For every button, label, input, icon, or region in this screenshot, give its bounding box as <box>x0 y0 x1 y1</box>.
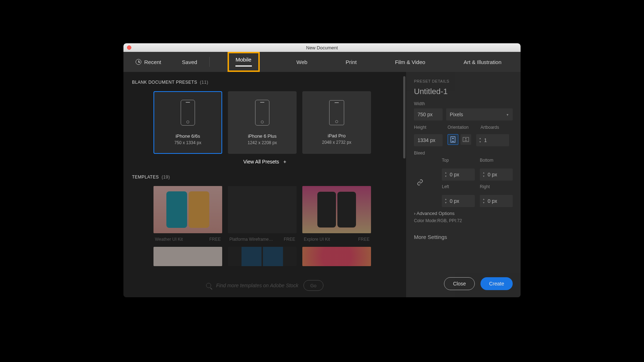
scrollbar-thumb[interactable] <box>403 76 405 158</box>
more-settings-button[interactable]: More Settings <box>414 234 513 240</box>
stepper-up-icon[interactable]: ▴ <box>483 198 484 201</box>
svg-point-3 <box>465 138 467 140</box>
phone-icon <box>255 100 269 126</box>
close-window-icon[interactable] <box>127 45 131 50</box>
window-titlebar: New Document <box>123 43 521 52</box>
template-price: FREE <box>209 237 221 242</box>
artboards-input[interactable]: ▴▾ 1 <box>476 134 509 146</box>
tab-art-illustration[interactable]: Art & Illustration <box>462 57 503 67</box>
presets-header: BLANK DOCUMENT PRESETS (11) <box>132 80 397 85</box>
preset-dims: 1242 x 2208 px <box>248 140 277 145</box>
preset-dims: 2048 x 2732 px <box>322 140 351 145</box>
tab-label: Saved <box>182 59 197 65</box>
bleed-top-value: 0 px <box>448 172 475 177</box>
tab-mobile[interactable]: Mobile <box>228 52 260 72</box>
new-document-window: New Document Recent Saved Mobile Web Pri… <box>123 43 521 297</box>
height-label: Height <box>414 125 443 130</box>
stepper-down-icon[interactable]: ▾ <box>479 141 481 143</box>
bleed-right-value: 0 px <box>486 198 513 204</box>
stepper-down-icon[interactable]: ▾ <box>445 175 447 178</box>
search-go-button[interactable]: Go <box>303 280 323 291</box>
link-bleed-button[interactable] <box>414 176 426 189</box>
top-label: Top <box>442 158 475 163</box>
presets-header-text: BLANK DOCUMENT PRESETS <box>132 80 197 85</box>
link-icon <box>417 179 423 186</box>
template-thumb <box>302 186 371 233</box>
bleed-label: Bleed <box>414 151 513 156</box>
view-all-presets[interactable]: View All Presets + <box>132 159 397 165</box>
preset-details-panel: PRESET DETAILS Untitled-1 Width 750 px P… <box>406 72 521 297</box>
tab-label: Art & Illustration <box>464 59 502 65</box>
tab-label: Mobile <box>235 57 251 63</box>
preset-card-iphone6[interactable]: iPhone 6/6s 750 x 1334 px <box>153 91 222 154</box>
active-tab-underline <box>235 65 252 67</box>
stepper-up-icon[interactable]: ▴ <box>483 171 484 174</box>
bleed-left-input[interactable]: ▴▾ 0 px <box>442 195 475 207</box>
tab-print[interactable]: Print <box>344 57 358 67</box>
color-mode-summary: Color Mode:RGB, PPI:72 <box>414 218 513 223</box>
template-card-weather[interactable]: Weather UI Kit FREE <box>153 186 222 242</box>
template-card[interactable] <box>228 247 297 270</box>
preset-name: iPhone 6 Plus <box>248 133 277 139</box>
template-thumb <box>228 186 297 233</box>
preset-card-ipad-pro[interactable]: iPad Pro 2048 x 2732 px <box>302 91 371 154</box>
height-input[interactable]: 1334 px <box>414 134 443 146</box>
template-thumb <box>153 247 222 266</box>
bleed-top-input[interactable]: ▴▾ 0 px <box>442 168 475 181</box>
landscape-icon <box>463 137 469 142</box>
width-label: Width <box>414 101 513 106</box>
document-title[interactable]: Untitled-1 <box>414 87 513 96</box>
tab-label: Film & Video <box>395 59 425 65</box>
width-input[interactable]: 750 px <box>414 108 443 121</box>
bleed-bottom-input[interactable]: ▴▾ 0 px <box>480 168 513 181</box>
phone-icon <box>181 100 195 126</box>
tab-label: Recent <box>144 59 161 65</box>
scrollbar[interactable] <box>403 76 406 269</box>
template-card[interactable] <box>302 247 371 270</box>
stepper-up-icon[interactable]: ▴ <box>479 137 481 140</box>
units-value: Pixels <box>450 112 463 117</box>
search-placeholder: Find more templates on Adobe Stock <box>216 283 298 288</box>
tab-label: Web <box>297 59 308 65</box>
template-card[interactable] <box>153 247 222 270</box>
template-name: Explore UI Kit <box>304 237 330 242</box>
template-card-platforma[interactable]: Platforma Wireframe… FREE <box>228 186 297 242</box>
svg-point-1 <box>452 138 454 139</box>
artboards-label: Artboards <box>480 125 499 130</box>
close-label: Close <box>453 281 466 287</box>
portrait-icon <box>450 136 455 143</box>
tab-recent[interactable]: Recent <box>134 57 163 67</box>
template-thumb <box>153 186 222 233</box>
units-select[interactable]: Pixels ▾ <box>446 108 513 121</box>
category-tabbar: Recent Saved Mobile Web Print Film & Vid… <box>123 52 521 72</box>
template-name: Weather UI Kit <box>155 237 183 242</box>
window-title: New Document <box>123 45 521 50</box>
template-search-input[interactable]: Find more templates on Adobe Stock <box>216 283 298 289</box>
stepper-down-icon[interactable]: ▾ <box>445 201 447 204</box>
close-button[interactable]: Close <box>444 277 475 290</box>
template-price: FREE <box>358 237 370 242</box>
stepper-up-icon[interactable]: ▴ <box>445 198 447 201</box>
template-thumb <box>228 247 297 266</box>
preset-card-iphone6-plus[interactable]: iPhone 6 Plus 1242 x 2208 px <box>228 91 297 154</box>
templates-count: (19) <box>162 175 170 180</box>
stepper-down-icon[interactable]: ▾ <box>483 175 484 178</box>
tab-web[interactable]: Web <box>295 57 309 67</box>
template-search-bar: Find more templates on Adobe Stock Go <box>206 280 323 291</box>
stepper-up-icon[interactable]: ▴ <box>445 171 447 174</box>
stepper-down-icon[interactable]: ▾ <box>483 201 484 204</box>
tab-saved[interactable]: Saved <box>181 57 199 67</box>
template-thumb <box>302 247 371 266</box>
template-card-explore[interactable]: Explore UI Kit FREE <box>302 186 371 242</box>
preset-row: iPhone 6/6s 750 x 1334 px iPhone 6 Plus … <box>132 91 397 154</box>
create-button[interactable]: Create <box>480 277 513 290</box>
more-settings-label: More Settings <box>414 234 447 240</box>
orientation-portrait-button[interactable] <box>448 134 458 145</box>
height-value: 1334 px <box>418 137 435 143</box>
orientation-landscape-button[interactable] <box>460 134 471 145</box>
left-label: Left <box>442 184 475 189</box>
tab-film-video[interactable]: Film & Video <box>394 57 427 67</box>
template-name: Platforma Wireframe… <box>229 237 273 242</box>
bleed-right-input[interactable]: ▴▾ 0 px <box>480 195 513 207</box>
advanced-options-toggle[interactable]: Advanced Options <box>414 211 513 216</box>
